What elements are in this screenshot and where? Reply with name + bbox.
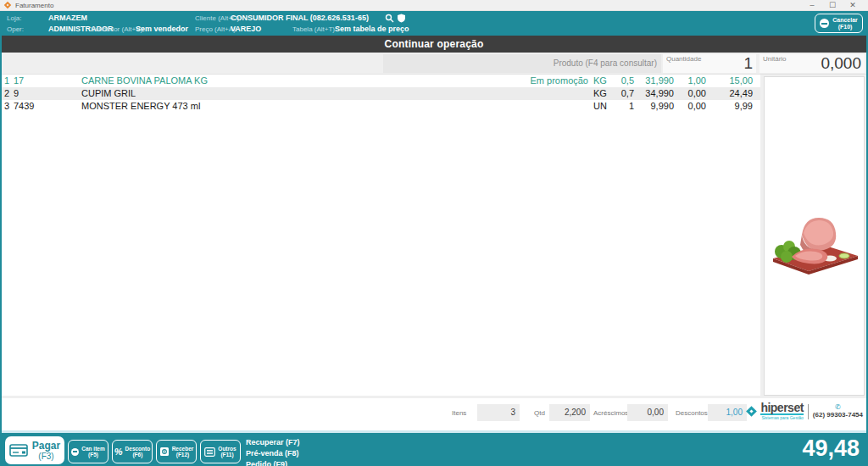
- unit-cell: KG: [593, 75, 614, 87]
- product-code: 9: [14, 87, 81, 100]
- tabela-value[interactable]: Sem tabela de preço: [335, 25, 409, 33]
- window-title: Faturamento: [15, 2, 802, 9]
- produto-input[interactable]: Produto (F4 para consultar): [383, 54, 661, 73]
- price-cell: 9,990: [634, 100, 674, 113]
- desconto-key: (F6): [125, 452, 151, 458]
- qty-cell: 1: [614, 100, 634, 113]
- vendedor-value[interactable]: Sem vendedor: [136, 25, 188, 33]
- recuperar-link[interactable]: Recuperar (F7): [246, 437, 300, 448]
- banknote-icon: [159, 447, 170, 457]
- product-code: 17: [14, 75, 81, 87]
- cancelar-button[interactable]: Cancelar (F10): [815, 14, 863, 33]
- outros-key: (F11): [218, 452, 236, 458]
- loja-value: ARMAZEM: [48, 14, 87, 22]
- vendor-name: hiperset: [760, 402, 803, 415]
- product-image: [766, 209, 861, 275]
- table-row[interactable]: 1 17 CARNE BOVINA PALOMA KG Em promoção …: [2, 75, 760, 87]
- sale-total: 49,48: [802, 435, 860, 462]
- descontos-label: Descontos: [676, 409, 708, 417]
- table-row[interactable]: 3 7439 MONSTER ENERGY 473 ml UN 1 9,990 …: [2, 100, 760, 113]
- acrescimos-label: Acréscimos: [593, 409, 628, 417]
- unit-cell: UN: [593, 100, 614, 113]
- pagar-label: Pagar: [32, 441, 60, 452]
- qtd-label: Qtd: [534, 409, 545, 417]
- desconto-button[interactable]: % Desconto (F6): [112, 440, 153, 463]
- whatsapp-icon: ✆: [835, 404, 841, 411]
- acrescimos-value: 0,00: [627, 404, 668, 421]
- cancelar-label: Cancelar: [832, 17, 858, 24]
- product-desc: MONSTER ENERGY 473 ml: [81, 100, 522, 113]
- receber-label: Receber: [172, 446, 194, 452]
- product-code: 7439: [14, 100, 81, 113]
- price-cell: 31,990: [634, 75, 674, 87]
- price-cell: 34,990: [634, 87, 674, 100]
- unit-cell: KG: [593, 87, 614, 100]
- total-cell: 9,99: [706, 100, 753, 113]
- promo-badge: Em promoção: [522, 75, 593, 87]
- credit-card-icon: [9, 444, 28, 457]
- outros-label: Outros: [218, 446, 236, 452]
- row-number: 1: [2, 75, 14, 87]
- quantidade-field[interactable]: Quantidade 1: [663, 54, 756, 73]
- operation-status-bar: Continuar operação: [2, 36, 866, 53]
- product-preview-panel: [764, 76, 865, 396]
- shield-icon[interactable]: [397, 14, 406, 23]
- discount-cell: 1,00: [674, 75, 706, 87]
- footer-links: Recuperar (F7) Pré-venda (F8) Pedido (F9…: [246, 437, 300, 466]
- row-number: 2: [2, 87, 14, 100]
- qty-cell: 0,7: [614, 87, 634, 100]
- close-icon[interactable]: ✕: [843, 0, 863, 10]
- table-row[interactable]: 2 9 CUPIM GRIL KG 0,7 34,990 0,00 24,49: [2, 87, 760, 100]
- brand-divider: [808, 404, 809, 419]
- tabela-label: Tabela (Alt+T):: [292, 25, 337, 33]
- main-area: 1 17 CARNE BOVINA PALOMA KG Em promoção …: [2, 75, 866, 398]
- receber-button[interactable]: Receber (F12): [156, 440, 197, 463]
- unitario-field[interactable]: Unitário 0,000: [760, 54, 865, 73]
- itens-label: Itens: [452, 409, 466, 417]
- percent-icon: %: [114, 447, 123, 457]
- preco-value[interactable]: VAREJO: [231, 25, 261, 33]
- cancel-item-label: Can item: [81, 446, 104, 452]
- itens-value: 3: [477, 404, 520, 421]
- loja-label: Loja:: [7, 14, 21, 22]
- vendor-phone: (62) 99303-7454: [813, 411, 863, 419]
- unitario-label: Unitário: [763, 55, 787, 63]
- product-desc: CARNE BOVINA PALOMA KG: [81, 75, 522, 87]
- maximize-icon[interactable]: ☐: [822, 0, 843, 10]
- prevenda-link[interactable]: Pré-venda (F8): [246, 448, 300, 459]
- pos-window: Faturamento – ☐ ✕ Loja: ARMAZEM Oper: AD…: [0, 0, 868, 466]
- cliente-value[interactable]: CONSUMIDOR FINAL (082.626.531-65): [231, 14, 369, 22]
- action-footer: Pagar (F3) Can item (F5) % Desconto (F6): [2, 430, 866, 466]
- minus-circle-icon: [71, 448, 79, 456]
- outros-button[interactable]: Outros (F11): [200, 440, 241, 463]
- list-icon: [204, 447, 215, 457]
- cancel-item-button[interactable]: Can item (F5): [68, 440, 108, 463]
- pedido-link[interactable]: Pedido (F9): [246, 459, 300, 466]
- total-cell: 15,00: [706, 75, 753, 87]
- descontos-value: 1,00: [708, 404, 747, 421]
- cancel-item-key: (F5): [81, 452, 104, 458]
- pagar-button[interactable]: Pagar (F3): [5, 436, 64, 464]
- discount-cell: 0,00: [674, 87, 706, 100]
- title-bar: Faturamento – ☐ ✕: [0, 0, 868, 11]
- cancelar-key: (F10): [832, 24, 858, 31]
- total-cell: 24,49: [706, 87, 753, 100]
- session-header: Loja: ARMAZEM Oper: ADMINISTRADOR Vended…: [2, 11, 866, 36]
- totals-row: Itens 3 Qtd 2,200 Acréscimos 0,00 Descon…: [2, 398, 866, 430]
- desconto-label: Desconto: [125, 446, 151, 452]
- items-table: 1 17 CARNE BOVINA PALOMA KG Em promoção …: [2, 75, 760, 396]
- quantidade-value: 1: [743, 54, 753, 73]
- product-entry-row: Produto (F4 para consultar) Quantidade 1…: [2, 53, 866, 75]
- qtd-value: 2,200: [549, 404, 590, 421]
- vendor-branding: hiperset Sistemas para Gestão ✆ (62) 993…: [745, 402, 863, 420]
- qty-cell: 0,5: [614, 75, 634, 87]
- receber-key: (F12): [172, 452, 194, 458]
- vendor-tagline: Sistemas para Gestão: [761, 415, 803, 420]
- minimize-icon[interactable]: –: [802, 0, 822, 10]
- unitario-value: 0,000: [821, 54, 861, 73]
- hiperset-logo-icon: [747, 406, 758, 417]
- row-number: 3: [2, 100, 14, 113]
- minus-circle-icon: [820, 19, 829, 28]
- quantidade-label: Quantidade: [666, 55, 701, 63]
- search-icon[interactable]: [385, 14, 394, 23]
